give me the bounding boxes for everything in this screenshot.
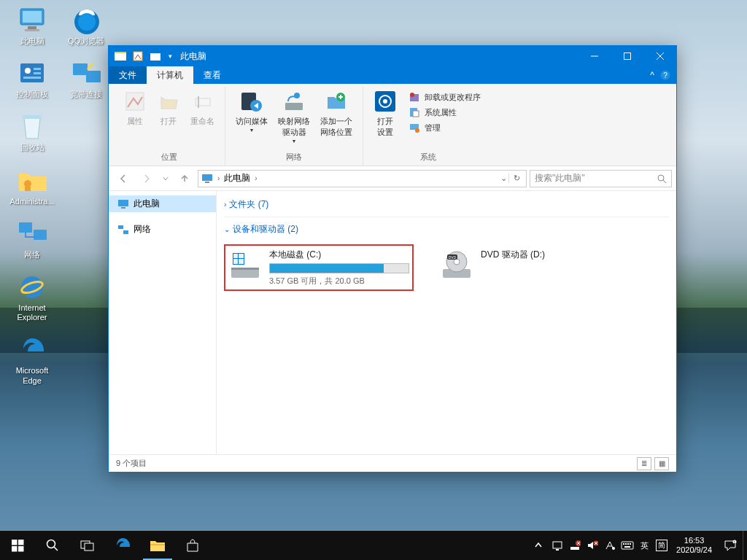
taskbar-search-button[interactable] bbox=[35, 531, 70, 560]
taskbar-task-view-button[interactable] bbox=[70, 531, 105, 560]
svg-line-48 bbox=[663, 180, 666, 183]
minimize-button[interactable] bbox=[578, 46, 611, 66]
explorer-window: ▾ 此电脑 文件 计算机 查看 ^ ? 属性 打开 重命名 位置 访问媒体▾ bbox=[108, 45, 677, 472]
view-large-icons-button[interactable]: ▦ bbox=[654, 457, 669, 470]
ribbon-open-settings[interactable]: 打开 设置 bbox=[369, 87, 401, 150]
desktop-icon-edge[interactable]: Microsoft Edge bbox=[6, 335, 58, 385]
nav-up-button[interactable] bbox=[174, 170, 195, 187]
tray-people-icon[interactable] bbox=[549, 531, 566, 560]
svg-rect-3 bbox=[25, 29, 39, 31]
svg-point-38 bbox=[383, 99, 387, 104]
desktop-icon-ie[interactable]: Internet Explorer bbox=[6, 273, 58, 322]
ribbon-properties[interactable]: 属性 bbox=[119, 87, 151, 150]
drive-c-subtext: 3.57 GB 可用，共 20.0 GB bbox=[269, 276, 409, 287]
desktop-icon-recycle-bin[interactable]: 回收站 bbox=[6, 112, 58, 152]
ribbon-rename[interactable]: 重命名 bbox=[186, 87, 219, 150]
ribbon-collapse-icon[interactable]: ^ bbox=[650, 70, 654, 80]
qat-dropdown-icon[interactable]: ▾ bbox=[166, 49, 174, 63]
svg-rect-2 bbox=[28, 26, 36, 29]
svg-rect-6 bbox=[34, 68, 41, 70]
svg-rect-52 bbox=[123, 230, 128, 234]
nav-recent-dropdown[interactable] bbox=[160, 170, 171, 187]
sidebar-item-network[interactable]: 网络 bbox=[109, 221, 216, 238]
taskbar-clock[interactable]: 16:532020/9/24 bbox=[670, 536, 718, 555]
tray-ime-lang[interactable]: 英 bbox=[636, 540, 653, 551]
svg-point-47 bbox=[658, 175, 664, 181]
taskbar-store[interactable] bbox=[175, 531, 210, 560]
taskbar-file-explorer[interactable] bbox=[140, 531, 175, 560]
svg-rect-21 bbox=[115, 52, 126, 53]
network-icon bbox=[117, 224, 129, 236]
nav-back-button[interactable] bbox=[113, 170, 133, 187]
ribbon-access-media[interactable]: 访问媒体▾ bbox=[231, 87, 272, 150]
view-details-button[interactable]: ≣ bbox=[637, 457, 651, 470]
svg-point-44 bbox=[415, 128, 419, 133]
sidebar-item-this-pc[interactable]: 此电脑 bbox=[109, 195, 216, 212]
svg-rect-51 bbox=[118, 225, 123, 229]
content-pane[interactable]: ›文件夹 (7) ⌄设备和驱动器 (2) 本地磁盘 (C:) 3.57 GB 可… bbox=[217, 191, 676, 454]
tray-network-error-icon[interactable] bbox=[566, 531, 584, 560]
drive-d[interactable]: DVD DVD 驱动器 (D:) bbox=[436, 244, 625, 291]
qat-new-folder-icon[interactable] bbox=[148, 49, 163, 63]
qat-properties-icon[interactable] bbox=[131, 49, 145, 63]
title-bar[interactable]: ▾ 此电脑 bbox=[109, 46, 676, 66]
tray-overflow-icon[interactable] bbox=[528, 531, 549, 560]
ribbon-open[interactable]: 打开 bbox=[152, 87, 185, 150]
drive-c[interactable]: 本地磁盘 (C:) 3.57 GB 可用，共 20.0 GB bbox=[224, 244, 414, 291]
desktop-icon-broadband[interactable]: 宽带连接 bbox=[60, 59, 112, 99]
svg-point-40 bbox=[410, 93, 414, 97]
pc-icon bbox=[201, 174, 213, 184]
navigation-bar: › 此电脑 › ⌄ ↻ 搜索"此电脑" bbox=[109, 166, 676, 191]
ribbon-group-network-label: 网络 bbox=[286, 150, 302, 166]
svg-text:DVD: DVD bbox=[449, 255, 457, 260]
tab-file[interactable]: 文件 bbox=[109, 66, 147, 84]
tray-keyboard-icon[interactable] bbox=[619, 531, 636, 560]
maximize-button[interactable] bbox=[611, 46, 643, 66]
close-button[interactable] bbox=[643, 46, 676, 66]
ribbon-uninstall[interactable]: 卸载或更改程序 bbox=[407, 90, 482, 104]
svg-rect-18 bbox=[73, 63, 88, 75]
ribbon-add-network-location[interactable]: 添加一个 网络位置 bbox=[316, 87, 357, 150]
desktop-icon-this-pc[interactable]: 此电脑 bbox=[6, 6, 58, 46]
svg-rect-1 bbox=[23, 11, 42, 23]
section-devices[interactable]: ⌄设备和驱动器 (2) bbox=[224, 220, 669, 238]
svg-rect-11 bbox=[25, 187, 31, 191]
ribbon: 属性 打开 重命名 位置 访问媒体▾ 映射网络 驱动器▾ 添加一个 网络位置 网… bbox=[109, 84, 676, 166]
tab-computer[interactable]: 计算机 bbox=[147, 66, 193, 84]
taskbar-edge[interactable] bbox=[105, 531, 140, 560]
chevron-right-icon: › bbox=[224, 201, 226, 209]
desktop-icon-network[interactable]: 网络 bbox=[6, 219, 58, 260]
desktop-icons-col1: 此电脑 控制面板 回收站 Administra... 网络 Internet E… bbox=[6, 6, 58, 386]
section-folders[interactable]: ›文件夹 (7) bbox=[224, 195, 669, 214]
svg-rect-84 bbox=[627, 543, 629, 545]
tray-volume-icon[interactable] bbox=[584, 531, 601, 560]
svg-rect-80 bbox=[622, 542, 633, 549]
desktop-icon-control-panel[interactable]: 控制面板 bbox=[6, 59, 58, 99]
start-button[interactable] bbox=[0, 531, 35, 560]
address-dropdown-icon[interactable]: ⌄ bbox=[500, 174, 507, 183]
search-box[interactable]: 搜索"此电脑" bbox=[530, 170, 672, 187]
breadcrumb-arrow-icon[interactable]: › bbox=[216, 174, 221, 182]
nav-forward-button[interactable] bbox=[136, 170, 157, 187]
ribbon-map-drive[interactable]: 映射网络 驱动器▾ bbox=[274, 87, 314, 150]
svg-rect-75 bbox=[556, 549, 559, 551]
help-icon[interactable]: ? bbox=[660, 70, 670, 80]
ribbon-system-properties[interactable]: 系统属性 bbox=[407, 105, 482, 120]
desktop-icon-qq-browser[interactable]: QQ浏览器 bbox=[60, 6, 112, 46]
action-center-icon[interactable]: 1 bbox=[718, 531, 743, 560]
app-icon bbox=[113, 49, 128, 63]
tab-view[interactable]: 查看 bbox=[193, 66, 231, 84]
svg-text:1: 1 bbox=[734, 540, 736, 545]
ribbon-manage[interactable]: 管理 bbox=[407, 120, 482, 135]
refresh-icon[interactable]: ↻ bbox=[508, 174, 520, 183]
breadcrumb-arrow-icon[interactable]: › bbox=[253, 174, 258, 182]
address-bar[interactable]: › 此电脑 › ⌄ ↻ bbox=[198, 170, 527, 187]
svg-rect-66 bbox=[18, 540, 24, 545]
tray-ime-mode[interactable]: 简 bbox=[653, 531, 670, 560]
desktop-icon-admin-folder[interactable]: Administra... bbox=[6, 166, 58, 206]
show-desktop-button[interactable] bbox=[743, 531, 747, 560]
drive-d-name: DVD 驱动器 (D:) bbox=[481, 249, 621, 261]
ribbon-group-system-label: 系统 bbox=[420, 150, 436, 166]
breadcrumb-root[interactable]: 此电脑 bbox=[221, 172, 253, 184]
tray-ime-settings-icon[interactable] bbox=[601, 531, 619, 560]
